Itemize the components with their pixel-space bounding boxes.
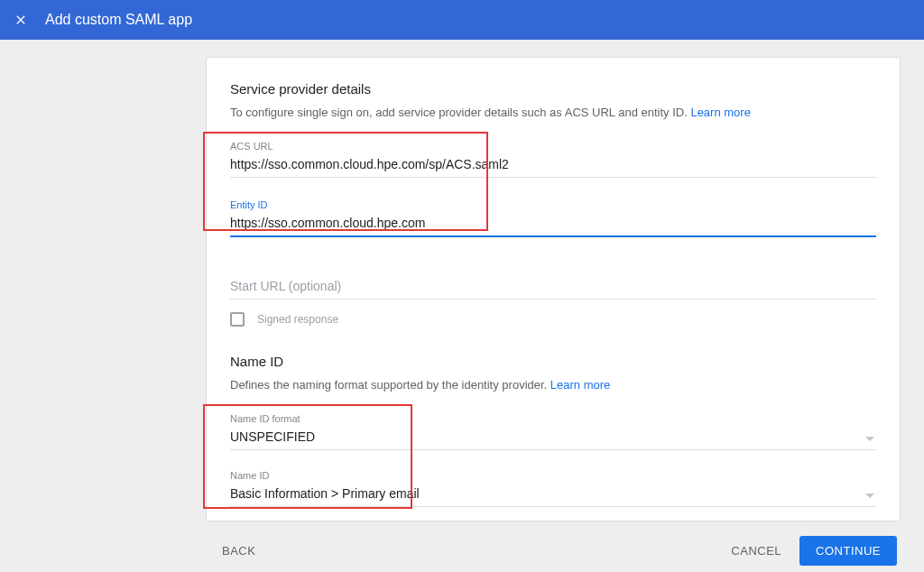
signed-response-row: Signed response: [230, 312, 876, 327]
section-sp-desc-text: To configure single sign on, add service…: [230, 106, 690, 119]
signed-response-checkbox[interactable]: [230, 312, 245, 327]
nameid-format-field[interactable]: Name ID format UNSPECIFIED: [230, 413, 876, 450]
start-url-field: [230, 270, 876, 300]
learn-more-link-2[interactable]: Learn more: [550, 378, 610, 392]
section-nameid-desc: Defines the naming format supported by t…: [230, 378, 876, 392]
chevron-down-icon: [865, 437, 874, 441]
footer-left: Back: [209, 537, 268, 565]
signed-response-label: Signed response: [257, 313, 338, 326]
dialog-title: Add custom SAML app: [45, 12, 192, 28]
section-nameid-title: Name ID: [230, 354, 876, 369]
topbar: Add custom SAML app: [0, 0, 924, 40]
entity-id-label: Entity ID: [230, 199, 876, 210]
section-sp-title: Service provider details: [230, 81, 876, 97]
footer: Back Cancel Continue: [206, 532, 901, 568]
nameid-field[interactable]: Name ID Basic Information > Primary emai…: [230, 470, 876, 507]
nameid-format-value: UNSPECIFIED: [230, 428, 876, 450]
nameid-value: Basic Information > Primary email: [230, 484, 876, 507]
start-url-input[interactable]: [230, 270, 876, 300]
close-icon[interactable]: [13, 12, 29, 28]
section-sp-desc: To configure single sign on, add service…: [230, 106, 876, 119]
section-nameid-desc-text: Defines the naming format supported by t…: [230, 378, 550, 392]
nameid-label: Name ID: [230, 470, 876, 481]
learn-more-link-1[interactable]: Learn more: [690, 106, 750, 119]
acs-url-field: ACS URL: [230, 141, 876, 178]
entity-id-field: Entity ID: [230, 199, 876, 237]
sp-details-card: Service provider details To configure si…: [206, 57, 901, 521]
nameid-format-label: Name ID format: [230, 413, 876, 424]
acs-url-input[interactable]: [230, 153, 876, 178]
acs-url-label: ACS URL: [230, 141, 876, 152]
cancel-button[interactable]: Cancel: [718, 537, 794, 565]
continue-button[interactable]: Continue: [799, 536, 897, 566]
chevron-down-icon: [865, 494, 874, 498]
back-button[interactable]: Back: [209, 537, 268, 565]
footer-right: Cancel Continue: [718, 536, 897, 566]
entity-id-input[interactable]: [230, 212, 876, 237]
